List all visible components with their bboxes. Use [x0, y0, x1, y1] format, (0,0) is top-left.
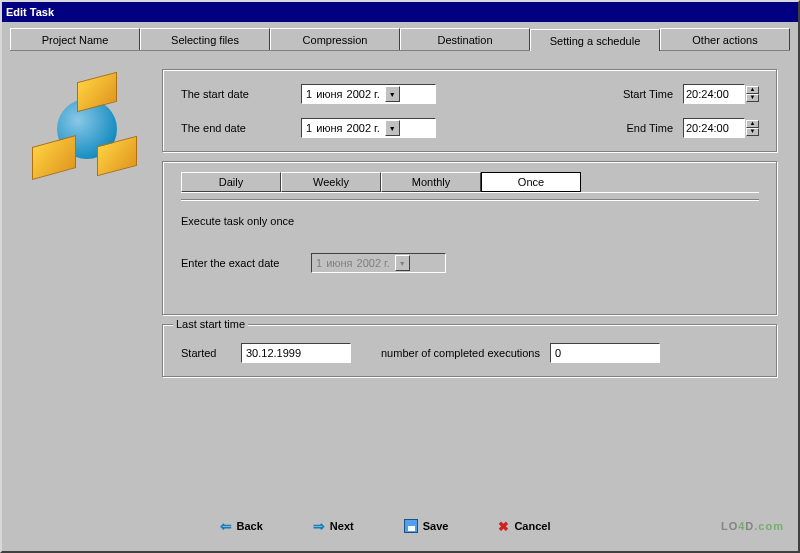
tab-selecting-files[interactable]: Selecting files — [140, 28, 270, 50]
tab-other-actions[interactable]: Other actions — [660, 28, 790, 50]
frequency-tabs: Daily Weekly Monthly Once — [181, 172, 759, 193]
exact-date-input[interactable]: 1 июня 2002 г. — [311, 253, 446, 273]
frequency-group: Daily Weekly Monthly Once Execute task o… — [162, 161, 778, 316]
content-area: The start date 1 июня 2002 г. Start Time… — [2, 51, 798, 396]
save-button[interactable]: Save — [404, 519, 449, 533]
last-start-legend: Last start time — [173, 318, 248, 330]
started-value[interactable]: 30.12.1999 — [241, 343, 351, 363]
tab-row: Project Name Selecting files Compression… — [10, 28, 790, 51]
end-date-label: The end date — [181, 122, 301, 134]
edit-task-window: Edit Task Project Name Selecting files C… — [0, 0, 800, 553]
spin-up-icon[interactable]: ▲ — [746, 120, 759, 128]
end-time-spinner[interactable]: ▲ ▼ — [746, 120, 759, 136]
exact-date-label: Enter the exact date — [181, 257, 311, 269]
tab-project-name[interactable]: Project Name — [10, 28, 140, 50]
freq-tab-daily[interactable]: Daily — [181, 172, 281, 192]
close-icon: ✖ — [498, 519, 509, 534]
cancel-button[interactable]: ✖ Cancel — [498, 519, 550, 534]
next-button[interactable]: ⇒ Next — [313, 518, 354, 534]
settings-panel: The start date 1 июня 2002 г. Start Time… — [162, 69, 778, 386]
exec-count-label: number of completed executions — [381, 347, 540, 359]
save-icon — [404, 519, 418, 533]
end-date-input[interactable]: 1 июня 2002 г. — [301, 118, 436, 138]
window-title: Edit Task — [6, 6, 54, 18]
tab-compression[interactable]: Compression — [270, 28, 400, 50]
freq-tab-weekly[interactable]: Weekly — [281, 172, 381, 192]
start-time-input[interactable]: 20:24:00 — [683, 84, 745, 104]
back-button[interactable]: ⇐ Back — [220, 518, 263, 534]
exec-count-value[interactable]: 0 — [550, 343, 660, 363]
spin-down-icon[interactable]: ▼ — [746, 94, 759, 102]
divider — [181, 199, 759, 201]
once-description: Execute task only once — [181, 215, 759, 227]
freq-tab-once[interactable]: Once — [481, 172, 581, 192]
date-time-group: The start date 1 июня 2002 г. Start Time… — [162, 69, 778, 153]
chevron-down-icon[interactable] — [385, 86, 400, 102]
start-date-label: The start date — [181, 88, 301, 100]
start-time-label: Start Time — [593, 88, 673, 100]
chevron-down-icon[interactable] — [385, 120, 400, 136]
box-icon — [77, 72, 117, 113]
end-time-label: End Time — [593, 122, 673, 134]
tab-destination[interactable]: Destination — [400, 28, 530, 50]
button-bar: ⇐ Back ⇒ Next Save ✖ Cancel — [2, 501, 798, 551]
schedule-illustration — [22, 69, 152, 189]
start-time-spinner[interactable]: ▲ ▼ — [746, 86, 759, 102]
title-bar: Edit Task — [2, 2, 798, 22]
last-start-group: Last start time Started 30.12.1999 numbe… — [162, 324, 778, 378]
started-label: Started — [181, 347, 241, 359]
watermark: LO4D.com — [721, 506, 784, 537]
tab-schedule[interactable]: Setting a schedule — [530, 29, 660, 51]
spin-up-icon[interactable]: ▲ — [746, 86, 759, 94]
start-date-input[interactable]: 1 июня 2002 г. — [301, 84, 436, 104]
arrow-left-icon: ⇐ — [220, 518, 232, 534]
arrow-right-icon: ⇒ — [313, 518, 325, 534]
end-time-input[interactable]: 20:24:00 — [683, 118, 745, 138]
chevron-down-icon[interactable] — [395, 255, 410, 271]
freq-tab-monthly[interactable]: Monthly — [381, 172, 481, 192]
spin-down-icon[interactable]: ▼ — [746, 128, 759, 136]
box-icon — [32, 135, 76, 180]
